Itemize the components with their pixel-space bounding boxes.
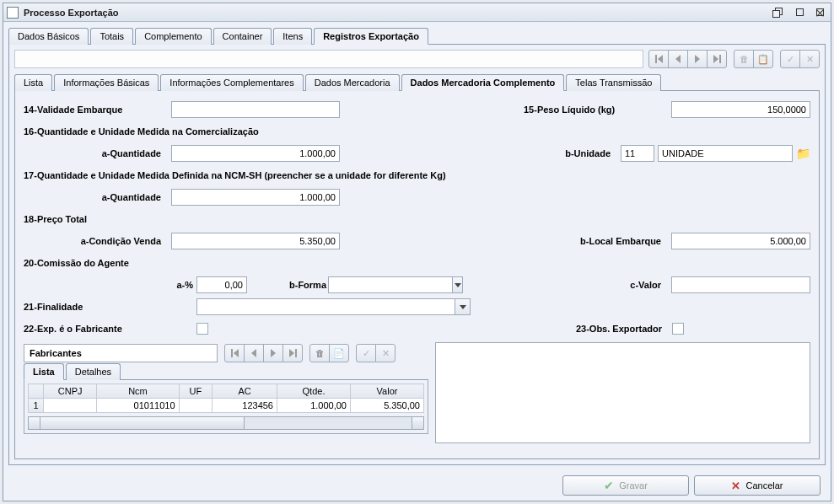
label-22: 22-Exp. é o Fabricante xyxy=(24,324,196,334)
fab-panel: CNPJNcmUFACQtde.Valor 1010110101234561.0… xyxy=(24,380,428,434)
fab-delete-button[interactable]: 🗑 xyxy=(309,344,330,362)
detail-tab-2[interactable]: Informações Complementares xyxy=(160,74,303,91)
cancelar-button[interactable]: ✕ Cancelar xyxy=(694,475,821,496)
footer: ✔ Gravar ✕ Cancelar xyxy=(3,470,831,501)
checkbox-23[interactable] xyxy=(672,323,684,335)
confirm-button-group: ✓ ✕ xyxy=(780,50,820,68)
obs-exportador-textarea[interactable] xyxy=(435,342,810,443)
record-display xyxy=(14,50,643,68)
detail-tab-5[interactable]: Telas Transmissão xyxy=(566,74,661,91)
edit-button-group: 🗑 📋 xyxy=(734,50,773,68)
confirm-button[interactable]: ✓ xyxy=(780,50,800,68)
delete-record-button[interactable]: 🗑 xyxy=(734,50,754,68)
label-17: 17-Quantidade e Unidade Medida Definida … xyxy=(24,170,446,180)
fab-cancel-button[interactable]: ✕ xyxy=(375,344,395,362)
detail-tab-1[interactable]: Informações Básicas xyxy=(54,74,159,91)
detail-tab-4[interactable]: Dados Mercadoria Complemento xyxy=(401,74,565,91)
main-tab-3[interactable]: Container xyxy=(213,28,272,45)
first-record-button[interactable] xyxy=(648,50,669,68)
checkbox-22[interactable] xyxy=(196,323,208,335)
maximize-window-button[interactable] xyxy=(792,6,807,19)
combo-21-text[interactable] xyxy=(197,299,455,314)
main-tab-4[interactable]: Itens xyxy=(273,28,312,45)
value-peso-liquido: 150,0000 xyxy=(671,101,810,118)
label-20c: c-Valor xyxy=(524,280,671,290)
label-18a: a-Condição Venda xyxy=(24,236,171,246)
input-20a[interactable] xyxy=(196,276,247,293)
value-17a: 1.000,00 xyxy=(171,189,340,206)
fab-col-header[interactable]: Qtde. xyxy=(277,384,351,399)
fab-new-button[interactable]: 📄 xyxy=(329,344,349,362)
nav-button-group xyxy=(648,50,727,68)
record-toolbar: 🗑 📋 ✓ ✕ xyxy=(14,50,820,68)
value-16b-desc: UNIDADE xyxy=(658,145,793,162)
detail-tab-3[interactable]: Dados Mercadoria xyxy=(305,74,400,91)
combo-20b[interactable] xyxy=(328,276,463,293)
scroll-right-arrow[interactable] xyxy=(412,417,423,429)
main-tab-0[interactable]: Dados Básicos xyxy=(8,28,89,45)
last-record-button[interactable] xyxy=(707,50,727,68)
restore-window-button[interactable] xyxy=(772,6,787,19)
fab-confirm-button[interactable]: ✓ xyxy=(356,344,376,362)
table-row[interactable]: 1010110101234561.000,005.350,00 xyxy=(29,399,424,413)
window-processo-exportacao: Processo Exportação Dados BásicosTotaisC… xyxy=(3,3,831,501)
close-window-button[interactable] xyxy=(812,6,827,19)
fab-tab-1[interactable]: Detalhes xyxy=(66,363,121,380)
value-16b-code: 11 xyxy=(621,145,654,162)
label-17a: a-Quantidade xyxy=(24,192,171,202)
fab-confirm-group: ✓ ✕ xyxy=(356,344,395,362)
input-validade-embarque[interactable] xyxy=(171,101,340,118)
label-18: 18-Preço Total xyxy=(24,214,87,224)
fab-next-button[interactable] xyxy=(263,344,283,362)
fab-first-button[interactable] xyxy=(224,344,245,362)
main-tab-1[interactable]: Totais xyxy=(90,28,133,45)
combo-20b-text[interactable] xyxy=(329,277,452,292)
combo-20b-button[interactable] xyxy=(452,277,462,292)
window-icon xyxy=(7,7,19,19)
label-validade-embarque: 14-Validade Embarque xyxy=(24,105,171,115)
detail-tabstrip: ListaInformações BásicasInformações Comp… xyxy=(14,73,820,91)
fab-table: CNPJNcmUFACQtde.Valor 1010110101234561.0… xyxy=(28,383,424,413)
fab-scrollbar[interactable] xyxy=(28,416,424,430)
x-icon: ✕ xyxy=(731,480,740,492)
fab-edit-group: 🗑 📄 xyxy=(309,344,349,362)
gravar-button[interactable]: ✔ Gravar xyxy=(562,475,689,496)
label-20b: b-Forma xyxy=(289,280,328,290)
window-title: Processo Exportação xyxy=(24,8,772,18)
detail-tab-0[interactable]: Lista xyxy=(14,74,52,91)
label-peso-liquido: 15-Peso Líquido (kg) xyxy=(524,105,671,115)
prev-record-button[interactable] xyxy=(668,50,688,68)
fabricantes-title: Fabricantes xyxy=(24,344,218,362)
next-record-button[interactable] xyxy=(687,50,708,68)
main-tab-5[interactable]: Registros Exportação xyxy=(314,28,428,45)
scroll-thumb[interactable] xyxy=(40,417,245,429)
label-16a: a-Quantidade xyxy=(24,148,171,158)
fab-nav-group xyxy=(224,344,303,362)
value-16a: 1.000,00 xyxy=(171,145,340,162)
combo-21-button[interactable] xyxy=(455,299,470,314)
cancel-button[interactable]: ✕ xyxy=(799,50,820,68)
fab-tabstrip: ListaDetalhes xyxy=(24,362,428,380)
fab-last-button[interactable] xyxy=(282,344,303,362)
fab-col-header[interactable]: AC xyxy=(213,384,277,399)
main-tab-2[interactable]: Complemento xyxy=(135,28,211,45)
titlebar: Processo Exportação xyxy=(3,3,831,22)
value-18b: 5.000,00 xyxy=(671,233,810,249)
lookup-unidade-icon[interactable]: 📁 xyxy=(796,147,810,160)
fab-col-header[interactable]: Ncm xyxy=(97,384,179,399)
fab-col-header[interactable]: CNPJ xyxy=(44,384,97,399)
fab-tab-0[interactable]: Lista xyxy=(24,363,64,380)
fab-prev-button[interactable] xyxy=(244,344,264,362)
label-16: 16-Quantidade e Unidade Medida na Comerc… xyxy=(24,126,259,137)
copy-record-button[interactable]: 📋 xyxy=(753,50,773,68)
scroll-left-arrow[interactable] xyxy=(29,417,40,429)
main-tabstrip: Dados BásicosTotaisComplementoContainerI… xyxy=(8,27,826,45)
label-20: 20-Comissão do Agente xyxy=(24,258,129,268)
label-20a: a-% xyxy=(24,280,196,290)
combo-21[interactable] xyxy=(196,298,471,315)
label-18b: b-Local Embarque xyxy=(524,236,671,246)
fab-col-header[interactable]: UF xyxy=(179,384,213,399)
check-icon: ✔ xyxy=(604,479,614,492)
fab-col-header[interactable]: Valor xyxy=(350,384,423,399)
value-20c xyxy=(671,276,810,293)
